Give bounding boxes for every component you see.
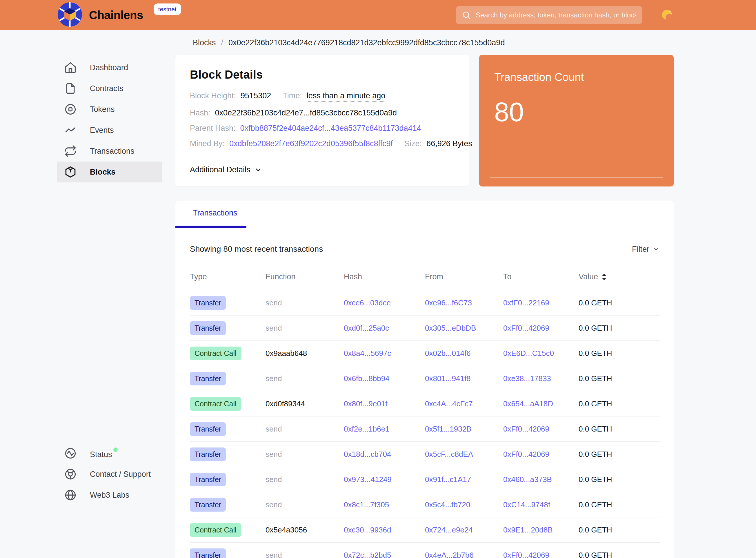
- breadcrumb-blocks-link[interactable]: Blocks: [193, 38, 216, 47]
- tx-value: 0.0 GETH: [579, 299, 660, 307]
- tx-hash-link[interactable]: 0xf2e...1b6e1: [344, 425, 390, 433]
- tx-hash-link[interactable]: 0xce6...03dce: [344, 299, 391, 307]
- tx-to-link[interactable]: 0xfF0...22169: [503, 299, 549, 307]
- tx-to-link[interactable]: 0xFf0...42069: [503, 450, 549, 458]
- additional-details-toggle[interactable]: Additional Details: [190, 165, 262, 174]
- tx-function: 0xd0f89344: [265, 399, 344, 408]
- tx-from-link[interactable]: 0x5c4...fb720: [425, 500, 470, 509]
- tx-to-link[interactable]: 0xFf0...42069: [503, 324, 549, 332]
- tx-function: 0x5e4a3056: [265, 526, 344, 534]
- block-height-value: 9515302: [241, 91, 271, 100]
- table-row: Contract Call 0xd0f89344 0x80f...9e01f 0…: [190, 391, 660, 416]
- tx-value: 0.0 GETH: [579, 374, 660, 383]
- size-value: 66,926 Bytes: [426, 139, 472, 148]
- sidebar-item-label: Blocks: [90, 168, 116, 177]
- tx-hash-link[interactable]: 0x8a4...5697c: [344, 349, 391, 358]
- tx-hash-link[interactable]: 0xc30...9936d: [344, 526, 391, 534]
- search-input[interactable]: [476, 11, 636, 19]
- chainlens-logo-icon: [57, 2, 83, 28]
- tx-to-link[interactable]: 0x654...aA18D: [503, 399, 553, 408]
- search-bar[interactable]: [456, 6, 642, 24]
- col-function: Function: [265, 272, 344, 281]
- dark-mode-toggle[interactable]: [660, 8, 674, 22]
- tx-function: send: [265, 551, 344, 558]
- tx-from-link[interactable]: 0xe96...f6C73: [425, 299, 472, 307]
- sidebar-item-transactions[interactable]: Transactions: [57, 141, 162, 161]
- sort-icon[interactable]: [601, 274, 607, 280]
- tx-value: 0.0 GETH: [579, 349, 660, 358]
- tx-from-link[interactable]: 0xc4A...4cFc7: [425, 399, 473, 408]
- brand[interactable]: Chainlens testnet: [57, 2, 181, 28]
- tx-hash-link[interactable]: 0x973...41249: [344, 475, 392, 484]
- tx-to-link[interactable]: 0xe38...17833: [503, 374, 551, 383]
- tx-hash-link[interactable]: 0x80f...9e01f: [344, 399, 387, 408]
- cube-icon: [64, 166, 77, 178]
- tx-from-link[interactable]: 0x801...941f8: [425, 374, 471, 383]
- tx-from-link[interactable]: 0x4eA...2b7b6: [425, 551, 474, 558]
- search-icon: [462, 10, 471, 20]
- filter-label: Filter: [632, 245, 649, 254]
- table-row: Transfer send 0xce6...03dce 0xe96...f6C7…: [190, 290, 660, 315]
- sidebar-item-dashboard[interactable]: Dashboard: [57, 57, 162, 78]
- sidebar-item-label: Status: [90, 448, 118, 459]
- tx-value: 0.0 GETH: [579, 526, 660, 534]
- breadcrumb-current-hash: 0x0e22f36b2103c4d24e7769218cd821d32ebfcc…: [229, 38, 505, 47]
- tab-active-indicator: [175, 226, 246, 228]
- tab-transactions[interactable]: Transactions: [193, 208, 237, 218]
- tx-type-badge: Transfer: [190, 422, 226, 436]
- tx-from-link[interactable]: 0x724...e9e24: [425, 526, 473, 534]
- block-height-label: Block Height:: [190, 91, 236, 100]
- tx-to-link[interactable]: 0xFf0...42069: [503, 551, 549, 558]
- sidebar-item-blocks[interactable]: Blocks: [57, 161, 162, 182]
- tx-function: 0x9aaab648: [265, 349, 344, 358]
- sidebar-item-tokens[interactable]: Tokens: [57, 99, 162, 120]
- breadcrumb: Blocks / 0x0e22f36b2103c4d24e7769218cd82…: [193, 38, 674, 47]
- transactions-panel: Transactions Showing 80 most recent tran…: [175, 201, 674, 558]
- filter-button[interactable]: Filter: [632, 245, 660, 254]
- tx-to-link[interactable]: 0x460...a373B: [503, 475, 552, 484]
- tx-value: 0.0 GETH: [579, 551, 660, 558]
- tx-hash-link[interactable]: 0x6fb...8bb94: [344, 374, 390, 383]
- size-label: Size:: [405, 139, 422, 148]
- tx-hash-link[interactable]: 0x18d...cb704: [344, 450, 391, 458]
- col-value[interactable]: Value: [579, 272, 660, 281]
- tx-from-link[interactable]: 0x5cF...c8dEA: [425, 450, 473, 458]
- tx-type-badge: Transfer: [190, 296, 226, 310]
- time-label: Time:: [283, 91, 302, 100]
- tx-from-link[interactable]: 0x305...eDbDB: [425, 324, 476, 332]
- tx-from-link[interactable]: 0x91f...c1A17: [425, 475, 471, 484]
- file-icon: [64, 82, 77, 95]
- sidebar-item-status[interactable]: Status: [57, 443, 162, 464]
- chevron-down-icon: [255, 166, 262, 174]
- sidebar-item-contact-support[interactable]: Contact / Support: [57, 464, 162, 485]
- time-value: less than a minute ago: [307, 91, 386, 102]
- col-hash: Hash: [344, 272, 425, 281]
- tx-to-link[interactable]: 0xC14...9748f: [503, 500, 550, 509]
- activity-icon: [64, 447, 77, 460]
- transactions-table-header: Type Function Hash From To Value: [190, 272, 660, 290]
- tx-to-link[interactable]: 0xFf0...42069: [503, 425, 549, 433]
- tx-value: 0.0 GETH: [579, 450, 660, 459]
- mined-by-link[interactable]: 0xdbfe5208e2f7e63f9202c2d05396f55f8c8ffc…: [229, 139, 393, 148]
- tx-from-link[interactable]: 0x5f1...1932B: [425, 425, 471, 433]
- tx-from-link[interactable]: 0x02b...014f6: [425, 349, 471, 358]
- transaction-count-title: Transaction Count: [494, 71, 659, 83]
- sidebar-item-label: Tokens: [90, 105, 115, 114]
- sidebar-item-web3-labs[interactable]: Web3 Labs: [57, 485, 162, 506]
- chevron-down-icon: [653, 246, 660, 253]
- sidebar-item-events[interactable]: Events: [57, 120, 162, 141]
- tx-hash-link[interactable]: 0x72c...b2bd5: [344, 551, 391, 558]
- tx-hash-link[interactable]: 0xd0f...25a0c: [344, 324, 389, 332]
- sidebar-item-label: Events: [90, 126, 114, 135]
- parent-hash-link[interactable]: 0xfbb8875f2e404ae24cf...43ea5377c84b1173…: [240, 124, 421, 133]
- sidebar-item-contracts[interactable]: Contracts: [57, 78, 162, 99]
- tx-function: send: [265, 324, 344, 333]
- table-row: Contract Call 0x5e4a3056 0xc30...9936d 0…: [190, 517, 660, 542]
- sidebar-item-label: Contracts: [90, 84, 124, 93]
- tx-to-link[interactable]: 0xE6D...C15c0: [503, 349, 554, 358]
- tx-hash-link[interactable]: 0x8c1...7f305: [344, 500, 389, 509]
- tx-to-link[interactable]: 0x9E1...20d8B: [503, 526, 553, 534]
- app-header: Chainlens testnet: [0, 0, 756, 30]
- globe-icon: [64, 489, 77, 502]
- tx-function: send: [265, 450, 344, 459]
